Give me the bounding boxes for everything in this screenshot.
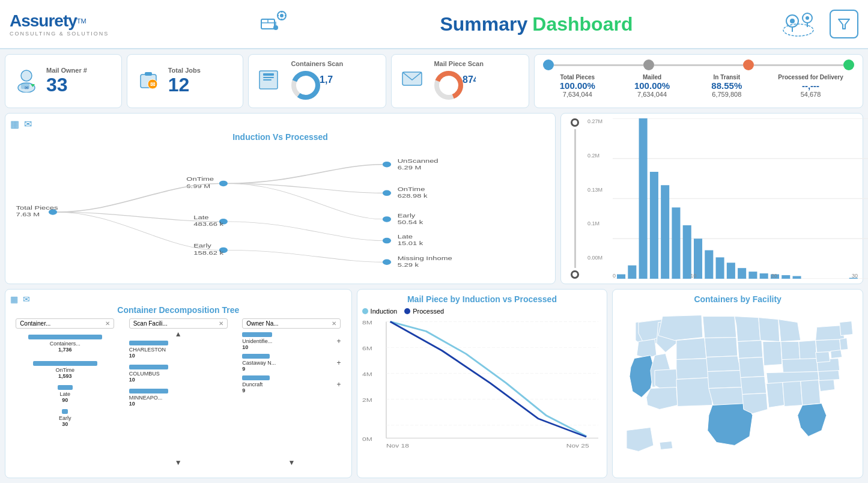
induction-icon-2: ✉ (24, 118, 32, 130)
header-center (256, 11, 293, 38)
svg-rect-75 (661, 185, 669, 279)
svg-marker-122 (706, 356, 741, 372)
decomp-col-1: Container... ✕ Containers... 1,736 (10, 318, 120, 467)
legend-dot-processed (404, 308, 410, 314)
svg-text:UnScanned: UnScanned (398, 158, 439, 163)
decomp-item-unidentified: Unidentifie... 10 + (242, 332, 341, 350)
decomp-col-3: Owner Na... ✕ Unidentifie... 10 + (237, 318, 347, 467)
tracking-mailed: Mailed 100.00% 7,634,044 (618, 74, 687, 98)
svg-text:Late: Late (193, 214, 208, 220)
total-jobs-label: Total Jobs (168, 67, 201, 74)
decomp-label-duncraft: Duncraft (242, 381, 270, 387)
svg-marker-121 (705, 338, 738, 357)
svg-marker-123 (708, 371, 742, 389)
tracking-label-4: Processed for Delivery (767, 74, 854, 80)
svg-text:483.66 k: 483.66 k (193, 221, 223, 226)
tracking-count-4: 54,678 (767, 91, 854, 98)
total-jobs-info: Total Jobs 12 (168, 67, 201, 96)
svg-text:Missing Inhome: Missing Inhome (398, 255, 452, 261)
total-jobs-icon: ✉ (136, 67, 161, 95)
decomp-columns-container: Container... ✕ Containers... 1,736 (10, 318, 347, 467)
svg-text:Total Pieces: Total Pieces (16, 205, 58, 210)
containers-scan-label: Containers Scan (291, 60, 343, 67)
decomp-bar-early (62, 409, 68, 414)
svg-marker-135 (799, 341, 817, 360)
decomp-header-3-close[interactable]: ✕ (332, 320, 336, 327)
decomp-label-columbus: COLUMBUS (129, 371, 228, 377)
decomp-plus-3[interactable]: + (336, 380, 341, 389)
decomp-down-2[interactable]: ▼ (175, 458, 182, 467)
decomp-icons: ▦ ✉ (10, 294, 347, 304)
decomp-up-2[interactable]: ▲ (175, 330, 182, 338)
svg-point-42 (219, 181, 228, 187)
svg-text:4M: 4M (362, 371, 372, 377)
decomp-nav-2: Scan Facili... ✕ ▲ (129, 318, 228, 338)
y-label-4: 0.1M (587, 220, 612, 226)
decomp-plus-2[interactable]: + (336, 359, 341, 367)
decomp-bar-columbus (129, 365, 169, 369)
title-summary: Summary (440, 13, 527, 35)
svg-text:6M: 6M (362, 345, 372, 351)
decomp-header-2-close[interactable]: ✕ (219, 320, 223, 327)
mail-owner-icon: ✉ (14, 67, 39, 95)
svg-rect-25 (145, 72, 152, 76)
svg-marker-127 (738, 341, 763, 359)
tracking-values: Total Pieces 100.00% 7,634,044 Mailed 10… (543, 74, 854, 98)
decomp-bar-charleston (129, 341, 169, 345)
containers-donut: 1,736 (291, 67, 333, 100)
decomp-label-castaway: Castaway N... (242, 360, 276, 366)
svg-text:50.54 k: 50.54 k (398, 219, 423, 225)
svg-marker-136 (782, 359, 818, 373)
svg-point-19 (21, 70, 32, 81)
decomp-bar-unidentified (242, 332, 272, 337)
svg-point-51 (383, 162, 391, 168)
svg-marker-115 (676, 338, 706, 360)
svg-rect-74 (650, 172, 658, 279)
decomp-down-3[interactable]: ▼ (288, 458, 295, 467)
svg-text:✉: ✉ (25, 85, 29, 91)
svg-point-60 (383, 238, 391, 244)
tracking-count-3: 6,759,808 (693, 91, 761, 98)
svg-marker-152 (660, 441, 673, 449)
svg-marker-118 (646, 387, 678, 410)
y-label-1: 0.27M (587, 118, 612, 124)
header-title: Summary Dashboard (440, 13, 633, 35)
container-decomp-card: ▦ ✉ Container Decomposition Tree Contain… (5, 289, 352, 478)
step-line-3 (754, 64, 843, 66)
svg-rect-77 (683, 225, 691, 279)
sankey-svg: Total Pieces 7.63 M OnTime 6.99 M Late 4… (10, 145, 550, 279)
filter-button[interactable] (830, 10, 858, 38)
decomp-plus-1[interactable]: + (336, 337, 341, 345)
bars-svg: 0.00M 0.00M 0.00M 0.00M (613, 118, 868, 279)
title-dashboard: Dashboard (532, 13, 633, 35)
mailpiece-scan-card: Mail Piece Scan 874K (391, 54, 529, 108)
svg-marker-134 (781, 342, 800, 360)
decomp-item-columbus: COLUMBUS 10 (129, 365, 228, 383)
decomp-bar-castaway (242, 354, 270, 359)
right-panel: 0.27M 0.2M 0.13M 0.1M 0.00M (560, 113, 863, 284)
filter-icon (837, 17, 851, 31)
facility-map-card: Containers by Facility (612, 289, 863, 478)
induction-card: ▦ ✉ Induction Vs Processed Total Pieces … (5, 113, 556, 284)
decomp-value-late: 90 (16, 397, 114, 403)
decomp-header-1-close[interactable]: ✕ (105, 320, 110, 327)
scale-dot-top (571, 118, 579, 127)
facility-map-title: Containers by Facility (618, 294, 858, 304)
tracking-pct-1: 100.00% (543, 80, 612, 91)
tracking-count-1: 7,634,044 (543, 91, 612, 98)
svg-text:8M: 8M (362, 319, 372, 326)
stats-row: ✉ Mail Owner # 33 ✉ Total Jobs (5, 54, 863, 108)
svg-marker-138 (766, 383, 785, 408)
y-axis-labels: 0.27M 0.2M 0.13M 0.1M 0.00M (587, 118, 612, 261)
svg-point-9 (273, 25, 278, 30)
y-label-3: 0.13M (587, 187, 612, 193)
decomp-item-early: Early 30 (16, 409, 114, 427)
header: Assurety TM CONSULTING & SOLUTIONS (0, 0, 868, 49)
svg-rect-73 (639, 118, 648, 279)
decomp-item-duncraft: Duncraft 9 + (242, 375, 341, 393)
svg-marker-126 (735, 317, 760, 342)
containers-scan-icon (257, 65, 287, 97)
decomp-value-charleston: 10 (129, 353, 228, 359)
logo-text: Assurety (10, 11, 77, 31)
x-label-3: 20 (771, 273, 777, 279)
